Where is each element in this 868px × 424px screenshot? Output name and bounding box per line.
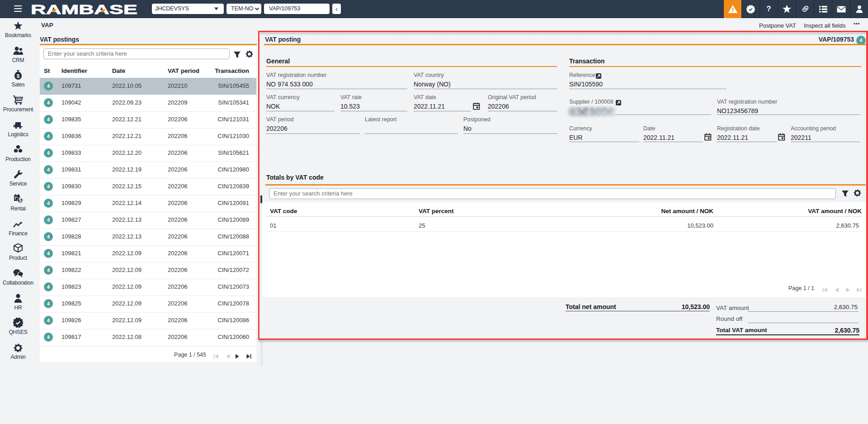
svg-text:RAMBASE: RAMBASE bbox=[31, 2, 137, 17]
svg-text:$: $ bbox=[17, 73, 19, 79]
svg-text:$: $ bbox=[19, 197, 22, 203]
